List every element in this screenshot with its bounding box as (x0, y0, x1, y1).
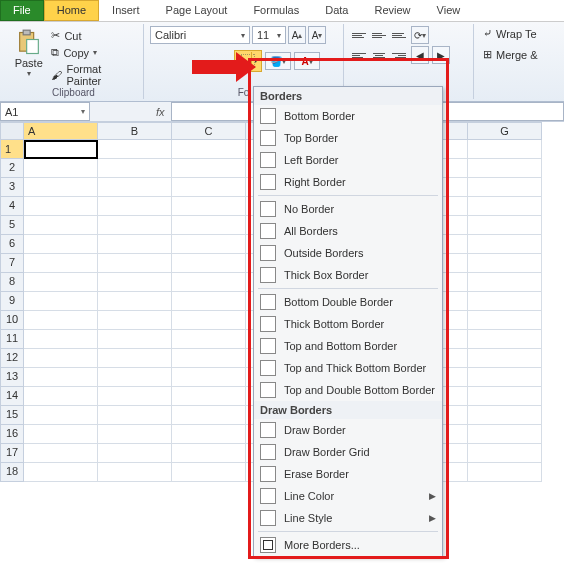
cell-A18[interactable] (24, 463, 98, 482)
cell-B8[interactable] (98, 273, 172, 292)
menu-item-thick-box-border[interactable]: Thick Box Border (254, 264, 442, 286)
cell-C9[interactable] (172, 292, 246, 311)
cell-G13[interactable] (468, 368, 542, 387)
cell-B16[interactable] (98, 425, 172, 444)
cell-A7[interactable] (24, 254, 98, 273)
row-header-1[interactable]: 1 (0, 140, 24, 159)
align-left-button[interactable] (350, 48, 368, 62)
tab-formulas[interactable]: Formulas (240, 0, 312, 21)
font-name-select[interactable]: Calibri▾ (150, 26, 250, 44)
cell-C18[interactable] (172, 463, 246, 482)
cell-C1[interactable] (172, 140, 246, 159)
fx-label[interactable]: fx (150, 102, 171, 121)
tab-home[interactable]: Home (44, 0, 99, 21)
menu-item-top-border[interactable]: Top Border (254, 127, 442, 149)
tab-insert[interactable]: Insert (99, 0, 153, 21)
cell-G2[interactable] (468, 159, 542, 178)
cell-G18[interactable] (468, 463, 542, 482)
cell-C17[interactable] (172, 444, 246, 463)
font-color-button[interactable]: A▾ (294, 52, 320, 70)
row-header-17[interactable]: 17 (0, 444, 24, 463)
align-bottom-button[interactable] (390, 28, 408, 42)
cell-B10[interactable] (98, 311, 172, 330)
cell-C13[interactable] (172, 368, 246, 387)
cell-B7[interactable] (98, 254, 172, 273)
cell-A5[interactable] (24, 216, 98, 235)
cell-B14[interactable] (98, 387, 172, 406)
cell-C4[interactable] (172, 197, 246, 216)
cell-A8[interactable] (24, 273, 98, 292)
cell-C15[interactable] (172, 406, 246, 425)
cell-G3[interactable] (468, 178, 542, 197)
cell-B12[interactable] (98, 349, 172, 368)
cell-G12[interactable] (468, 349, 542, 368)
row-header-11[interactable]: 11 (0, 330, 24, 349)
row-header-4[interactable]: 4 (0, 197, 24, 216)
cell-G16[interactable] (468, 425, 542, 444)
cell-B3[interactable] (98, 178, 172, 197)
cell-A9[interactable] (24, 292, 98, 311)
cell-A12[interactable] (24, 349, 98, 368)
menu-item-line-color[interactable]: Line Color▶ (254, 485, 442, 507)
fill-color-button[interactable]: 🪣▾ (265, 52, 291, 70)
row-header-5[interactable]: 5 (0, 216, 24, 235)
cell-G14[interactable] (468, 387, 542, 406)
tab-file[interactable]: File (0, 0, 44, 21)
format-painter-button[interactable]: 🖌Format Painter (47, 62, 137, 88)
cell-C12[interactable] (172, 349, 246, 368)
row-header-9[interactable]: 9 (0, 292, 24, 311)
menu-item-bottom-border[interactable]: Bottom Border (254, 105, 442, 127)
menu-item-line-style[interactable]: Line Style▶ (254, 507, 442, 529)
menu-item-bottom-double-border[interactable]: Bottom Double Border (254, 291, 442, 313)
cell-C8[interactable] (172, 273, 246, 292)
row-header-16[interactable]: 16 (0, 425, 24, 444)
menu-item-no-border[interactable]: No Border (254, 198, 442, 220)
cell-A6[interactable] (24, 235, 98, 254)
tab-review[interactable]: Review (361, 0, 423, 21)
menu-item-thick-bottom-border[interactable]: Thick Bottom Border (254, 313, 442, 335)
cell-A14[interactable] (24, 387, 98, 406)
cell-C11[interactable] (172, 330, 246, 349)
column-header-G[interactable]: G (468, 122, 542, 140)
cell-G6[interactable] (468, 235, 542, 254)
cell-B4[interactable] (98, 197, 172, 216)
align-center-button[interactable] (370, 48, 388, 62)
cell-A17[interactable] (24, 444, 98, 463)
cell-B5[interactable] (98, 216, 172, 235)
row-header-15[interactable]: 15 (0, 406, 24, 425)
row-header-18[interactable]: 18 (0, 463, 24, 482)
cell-B17[interactable] (98, 444, 172, 463)
cell-G5[interactable] (468, 216, 542, 235)
cell-B2[interactable] (98, 159, 172, 178)
menu-item-erase-border[interactable]: Erase Border (254, 463, 442, 485)
column-header-B[interactable]: B (98, 122, 172, 140)
font-size-select[interactable]: 11▾ (252, 26, 286, 44)
menu-item-top-and-bottom-border[interactable]: Top and Bottom Border (254, 335, 442, 357)
tab-view[interactable]: View (424, 0, 474, 21)
tab-data[interactable]: Data (312, 0, 361, 21)
wrap-text-button[interactable]: ⤶Wrap Te (480, 26, 546, 41)
menu-item-top-and-thick-bottom-border[interactable]: Top and Thick Bottom Border (254, 357, 442, 379)
name-box[interactable]: A1▾ (0, 102, 90, 121)
menu-item-left-border[interactable]: Left Border (254, 149, 442, 171)
cell-C2[interactable] (172, 159, 246, 178)
cell-A10[interactable] (24, 311, 98, 330)
column-header-C[interactable]: C (172, 122, 246, 140)
merge-button[interactable]: ⊞Merge & (480, 47, 546, 62)
row-header-7[interactable]: 7 (0, 254, 24, 273)
cell-C6[interactable] (172, 235, 246, 254)
menu-item-more-borders[interactable]: More Borders... (254, 534, 442, 556)
cell-G15[interactable] (468, 406, 542, 425)
cell-A16[interactable] (24, 425, 98, 444)
cell-G9[interactable] (468, 292, 542, 311)
cell-B15[interactable] (98, 406, 172, 425)
cell-B1[interactable] (98, 140, 172, 159)
row-header-8[interactable]: 8 (0, 273, 24, 292)
cut-button[interactable]: ✂Cut (47, 28, 137, 43)
row-header-12[interactable]: 12 (0, 349, 24, 368)
shrink-font-button[interactable]: A▾ (308, 26, 326, 44)
select-all-corner[interactable] (0, 122, 24, 140)
cell-B9[interactable] (98, 292, 172, 311)
column-header-A[interactable]: A (24, 122, 98, 140)
cell-G1[interactable] (468, 140, 542, 159)
